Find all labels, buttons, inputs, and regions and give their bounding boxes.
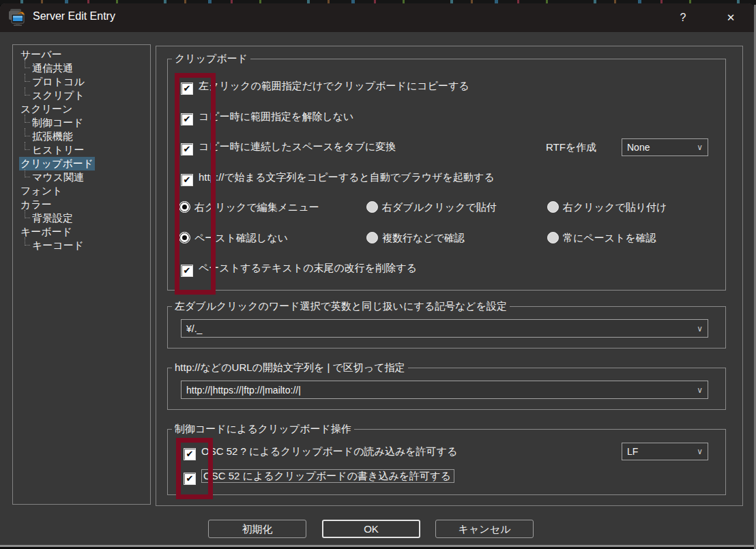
chevron-down-icon: ∨ <box>697 143 703 152</box>
check-icon: ✔ <box>184 83 191 93</box>
checkbox-label: OSC 52 ? によるクリップボードの読み込みを許可する <box>201 445 457 457</box>
checkbox-row-osc52-read[interactable]: ✔OSC 52 ? によるクリップボードの読み込みを許可する <box>184 445 457 458</box>
checkbox-label: ペーストするテキストの末尾の改行を削除する <box>199 262 417 273</box>
tree-item-extensions[interactable]: 拡張機能 <box>13 130 150 143</box>
checkbox-row-strip-trailing-newline[interactable]: ✔ペーストするテキストの末尾の改行を削除する <box>181 262 417 274</box>
checkbox-label: OSC 52 によるクリップボードの書き込みを許可する <box>201 469 454 483</box>
radio-confirm-multiline[interactable]: 複数行などで確認 <box>366 232 465 244</box>
radio-label: 複数行などで確認 <box>382 232 465 243</box>
tree-item-keyboard[interactable]: キーボード <box>13 225 150 239</box>
radio-right-click-edit-menu[interactable]: 右クリックで編集メニュー <box>179 201 319 213</box>
radio-icon[interactable] <box>547 201 559 213</box>
tree-item-script[interactable]: スクリプト <box>13 89 150 102</box>
osc-clipboard-group-title: 制御コードによるクリップボード操作 <box>172 423 354 435</box>
checkbox-label: コピー時に連続したスペースをタブに変換 <box>199 140 396 152</box>
tree-item-comm-common[interactable]: 通信共通 <box>13 61 150 75</box>
checkbox-keep-selection[interactable]: ✔ <box>181 113 193 125</box>
tree-item-server[interactable]: サーバー <box>13 48 150 61</box>
cancel-button[interactable]: キャンセル <box>435 520 534 538</box>
chevron-down-icon: ∨ <box>697 324 703 333</box>
osc-newline-dropdown[interactable]: LF ∨ <box>622 443 708 460</box>
check-icon: ✔ <box>184 265 191 276</box>
tree-item-protocol[interactable]: プロトコル <box>13 75 150 89</box>
settings-tree: サーバー 通信共通 プロトコル スクリプト スクリーン 制御コード 拡張機能 ヒ… <box>12 44 151 505</box>
check-icon: ✔ <box>186 449 194 459</box>
osc-clipboard-group: 制御コードによるクリップボード操作 <box>167 429 726 495</box>
tree-item-keycode[interactable]: キーコード <box>13 239 150 252</box>
radio-label: 常にペーストを確認 <box>563 232 656 243</box>
radio-label: 右ダブルクリックで貼付 <box>382 201 497 213</box>
checkbox-url-browser[interactable]: ✔ <box>181 174 193 186</box>
radio-right-double-click-paste[interactable]: 右ダブルクリックで貼付 <box>366 201 497 213</box>
checkbox-row-copy-on-select[interactable]: ✔左クリックの範囲指定だけでクリップボードにコピーする <box>181 80 469 92</box>
screen: Server Edit Entry ? ✕ サーバー 通信共通 プロトコル スク… <box>0 0 756 549</box>
radio-icon[interactable] <box>547 232 559 243</box>
word-select-combo-value: ¥/._ <box>186 323 202 334</box>
checkbox-copy-on-select[interactable]: ✔ <box>181 83 193 95</box>
tree-item-background[interactable]: 背景設定 <box>13 211 150 225</box>
checkbox-row-keep-selection[interactable]: ✔コピー時に範囲指定を解除しない <box>181 110 353 123</box>
url-prefix-combo[interactable]: http://|https://|ftp://|mailto://| ∨ <box>181 381 708 399</box>
tree-item-history[interactable]: ヒストリー <box>13 143 150 157</box>
checkbox-spaces-to-tab[interactable]: ✔ <box>181 143 193 155</box>
close-button[interactable]: ✕ <box>717 9 744 27</box>
chevron-down-icon: ∨ <box>697 385 703 395</box>
radio-label: 右クリックで貼り付け <box>563 201 667 213</box>
checkbox-row-spaces-to-tab[interactable]: ✔コピー時に連続したスペースをタブに変換 <box>181 140 396 153</box>
clipboard-group-title: クリップボード <box>172 53 250 65</box>
radio-no-paste-confirm[interactable]: ペースト確認しない <box>179 232 288 244</box>
osc-newline-dropdown-value: LF <box>627 446 638 457</box>
tree-item-screen[interactable]: スクリーン <box>13 102 150 116</box>
checkbox-label: http://で始まる文字列をコピーすると自動でブラウザを起動する <box>199 171 495 183</box>
radio-always-confirm-paste[interactable]: 常にペーストを確認 <box>547 232 656 244</box>
checkbox-osc52-read[interactable]: ✔ <box>184 448 196 460</box>
tree-item-control-code[interactable]: 制御コード <box>13 116 150 130</box>
tree-item-mouse[interactable]: マウス関連 <box>13 170 150 184</box>
checkbox-label: 左クリックの範囲指定だけでクリップボードにコピーする <box>199 80 469 91</box>
checkbox-osc52-write[interactable]: ✔ <box>184 473 196 485</box>
radio-label: 右クリックで編集メニュー <box>194 201 319 213</box>
radio-icon[interactable] <box>366 201 378 213</box>
server-edit-entry-dialog: Server Edit Entry ? ✕ サーバー 通信共通 プロトコル スク… <box>0 3 754 547</box>
url-prefix-group-title: http://などのURLの開始文字列を | で区切って指定 <box>172 361 408 374</box>
tree-item-clipboard[interactable]: クリップボード <box>13 157 150 170</box>
title-bar: Server Edit Entry ? ✕ <box>0 3 754 32</box>
radio-right-click-paste[interactable]: 右クリックで貼り付け <box>547 201 667 213</box>
checkbox-label: コピー時に範囲指定を解除しない <box>199 110 353 122</box>
word-select-combo[interactable]: ¥/._ ∨ <box>181 319 708 338</box>
ok-button[interactable]: OK <box>322 520 420 538</box>
app-icon <box>8 8 29 27</box>
radio-icon[interactable] <box>179 201 190 213</box>
tree-item-font[interactable]: フォント <box>13 184 150 198</box>
help-button[interactable]: ? <box>669 9 697 27</box>
url-prefix-combo-value: http://|https://|ftp://|mailto://| <box>186 385 301 396</box>
radio-label: ペースト確認しない <box>194 232 288 243</box>
rtf-dropdown[interactable]: None ∨ <box>622 138 708 156</box>
radio-icon[interactable] <box>366 232 378 243</box>
chevron-down-icon: ∨ <box>697 447 703 456</box>
rtf-label: RTFを作成 <box>546 141 596 153</box>
checkbox-row-osc52-write[interactable]: ✔OSC 52 によるクリップボードの書き込みを許可する <box>184 470 454 482</box>
check-icon: ✔ <box>186 473 194 484</box>
checkbox-row-url-browser[interactable]: ✔http://で始まる文字列をコピーすると自動でブラウザを起動する <box>181 171 495 183</box>
tree-item-color[interactable]: カラー <box>13 198 150 211</box>
reset-button[interactable]: 初期化 <box>208 520 306 538</box>
check-icon: ✔ <box>184 175 191 185</box>
rtf-dropdown-value: None <box>627 142 650 153</box>
check-icon: ✔ <box>184 114 191 124</box>
window-bottom-edge <box>0 545 754 547</box>
window-title: Server Edit Entry <box>33 10 115 23</box>
check-icon: ✔ <box>184 144 191 154</box>
checkbox-strip-trailing-newline[interactable]: ✔ <box>181 265 193 277</box>
word-select-group-title: 左ダブルクリックのワード選択で英数と同じ扱いにする記号などを設定 <box>172 300 510 312</box>
radio-icon[interactable] <box>179 232 190 243</box>
